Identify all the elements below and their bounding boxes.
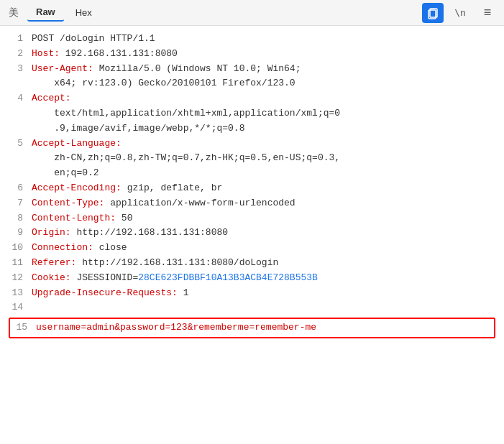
menu-button[interactable]: ≡ [477,3,498,23]
line-10: 10 Connection: close [9,241,495,256]
line-content-11: Referer: http://192.168.131.131:8080/doL… [32,256,495,271]
line-14: 14 [9,300,495,315]
content-area: 1 POST /doLogin HTTP/1.1 2 Host: 192.168… [0,26,504,444]
line-num-13: 13 [9,286,23,301]
line-content-6: Accept-Encoding: gzip, deflate, br [32,181,495,196]
line-9: 9 Origin: http://192.168.131.131:8080 [9,226,495,241]
copy-button[interactable] [422,3,444,23]
line-13: 13 Upgrade-Insecure-Requests: 1 [9,286,495,301]
left-icon: 美 [6,5,22,21]
line-8: 8 Content-Length: 50 [9,211,495,226]
line-content-9: Origin: http://192.168.131.131:8080 [32,226,495,241]
line-num-1: 1 [9,32,23,47]
line-12: 12 Cookie: JSESSIONID=28CE623FDBBF10A13B… [9,271,495,286]
line-num-11: 11 [9,256,23,271]
line-num-9: 9 [9,226,23,241]
line-num-4: 4 [9,91,23,106]
line-content-13: Upgrade-Insecure-Requests: 1 [32,286,495,301]
line-6: 6 Accept-Encoding: gzip, deflate, br [9,181,495,196]
line-11: 11 Referer: http://192.168.131.131:8080/… [9,256,495,271]
line-num-7: 7 [9,196,23,211]
line-num-12: 12 [9,271,23,286]
line-content-8: Content-Length: 50 [32,211,495,226]
line-15: 15 username=admin&password=123&rememberm… [9,318,495,338]
toolbar-right: \n ≡ [422,3,498,23]
line-1: 1 POST /doLogin HTTP/1.1 [9,32,495,47]
line-num-5: 5 [9,137,23,152]
line-content-15: username=admin&password=123&rememberme=r… [36,320,491,336]
line-num-3: 3 [9,62,23,77]
line-content-7: Content-Type: application/x-www-form-url… [32,196,495,211]
line-content-12: Cookie: JSESSIONID=28CE623FDBBF10A13B3AC… [32,271,495,286]
line-num-6: 6 [9,181,23,196]
line-num-15: 15 [13,320,27,336]
line-5: 5 Accept-Language: zh-CN,zh;q=0.8,zh-TW;… [9,137,495,181]
toolbar: 美 Raw Hex \n ≡ [0,0,504,26]
line-content-2: Host: 192.168.131.131:8080 [32,47,495,62]
line-num-2: 2 [9,47,23,62]
tab-hex[interactable]: Hex [67,4,101,21]
line-num-8: 8 [9,211,23,226]
line-7: 7 Content-Type: application/x-www-form-u… [9,196,495,211]
line-content-4: Accept: text/html,application/xhtml+xml,… [32,91,495,136]
line-content-10: Connection: close [32,241,495,256]
line-4: 4 Accept: text/html,application/xhtml+xm… [9,91,495,136]
line-2: 2 Host: 192.168.131.131:8080 [9,47,495,62]
line-content-5: Accept-Language: zh-CN,zh;q=0.8,zh-TW;q=… [32,137,495,181]
newline-button[interactable]: \n [449,3,471,23]
line-content-3: User-Agent: Mozilla/5.0 (Windows NT 10.0… [32,62,495,92]
line-num-14: 14 [9,300,23,315]
line-num-10: 10 [9,241,23,256]
tab-raw[interactable]: Raw [27,4,64,22]
line-content-1: POST /doLogin HTTP/1.1 [32,32,495,47]
line-3: 3 User-Agent: Mozilla/5.0 (Windows NT 10… [9,62,495,92]
